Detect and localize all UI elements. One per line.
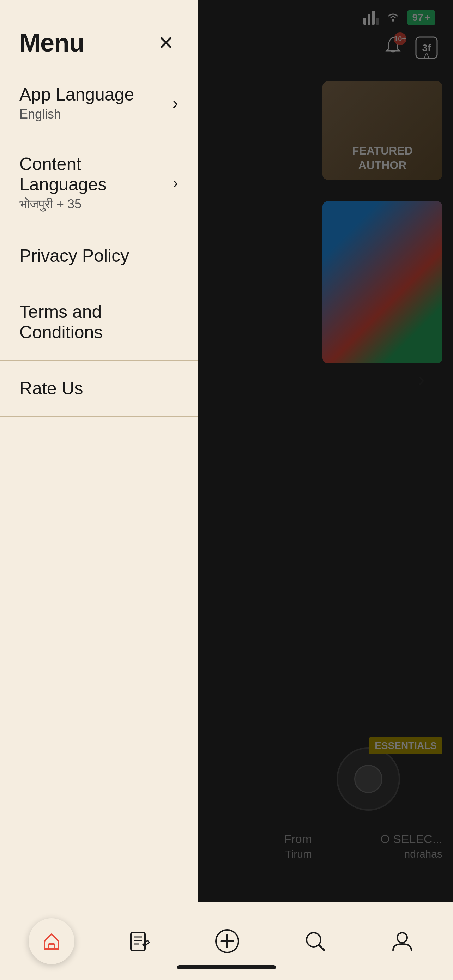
content-languages-content: Content Languages भोजपुरी + 35: [19, 154, 173, 212]
menu-item-privacy-policy[interactable]: Privacy Policy: [0, 228, 197, 284]
menu-drawer: Menu ✕ App Language English › Content La…: [0, 0, 197, 980]
close-button[interactable]: ✕: [153, 30, 178, 55]
menu-title: Menu: [19, 28, 84, 57]
app-language-title: App Language: [19, 84, 134, 105]
menu-item-rate-us[interactable]: Rate Us: [0, 361, 197, 417]
app-language-content: App Language English: [19, 84, 134, 122]
app-language-subtitle: English: [19, 107, 134, 122]
svg-rect-5: [131, 933, 145, 950]
background-overlay: [197, 0, 453, 980]
add-icon: [215, 929, 240, 953]
close-icon: ✕: [158, 32, 174, 54]
nav-notes-button[interactable]: [118, 923, 162, 960]
menu-item-app-language[interactable]: App Language English ›: [0, 68, 197, 138]
menu-item-content-languages[interactable]: Content Languages भोजपुरी + 35 ›: [0, 138, 197, 228]
content-languages-title: Content Languages: [19, 154, 173, 195]
svg-line-13: [319, 945, 324, 950]
menu-items-container: App Language English › Content Languages…: [0, 68, 197, 923]
nav-profile-button[interactable]: [380, 923, 424, 960]
menu-header: Menu ✕: [0, 0, 197, 68]
profile-icon: [391, 930, 414, 953]
search-icon: [304, 930, 327, 953]
content-languages-subtitle: भोजपुरी + 35: [19, 197, 173, 212]
nav-search-button[interactable]: [293, 923, 337, 960]
app-language-arrow: ›: [173, 93, 178, 113]
privacy-policy-title: Privacy Policy: [19, 246, 129, 266]
terms-title: Terms and Conditions: [19, 302, 103, 342]
content-languages-arrow: ›: [173, 173, 178, 192]
home-indicator: [177, 965, 276, 969]
nav-add-button[interactable]: [204, 922, 250, 961]
home-icon: [41, 931, 62, 952]
svg-rect-4: [49, 944, 54, 949]
svg-point-14: [397, 933, 407, 943]
notes-icon: [128, 930, 151, 953]
nav-home-button[interactable]: [29, 918, 75, 964]
rate-us-title: Rate Us: [19, 379, 83, 398]
menu-item-terms[interactable]: Terms and Conditions: [0, 284, 197, 361]
